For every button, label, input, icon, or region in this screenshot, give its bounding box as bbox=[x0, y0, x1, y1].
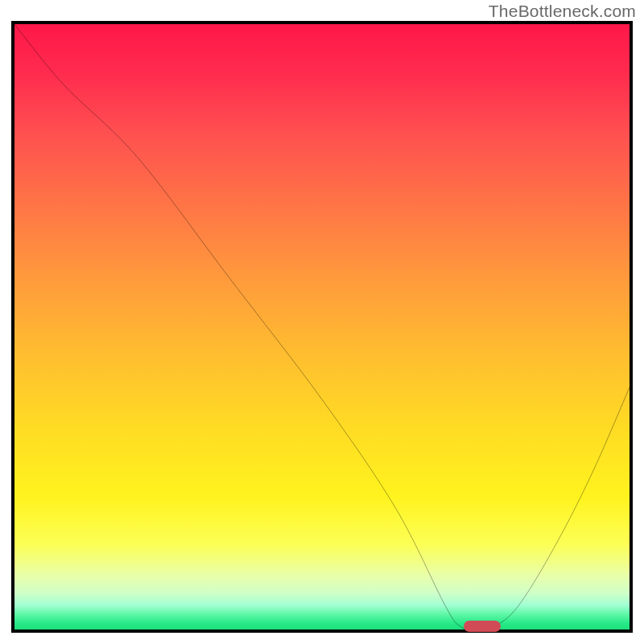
optimum-marker bbox=[464, 621, 501, 632]
chart-curve bbox=[14, 24, 630, 630]
chart-image: TheBottleneck.com bbox=[0, 0, 644, 644]
watermark-text: TheBottleneck.com bbox=[489, 2, 636, 21]
chart-frame bbox=[11, 21, 633, 633]
bottleneck-line bbox=[14, 24, 630, 630]
